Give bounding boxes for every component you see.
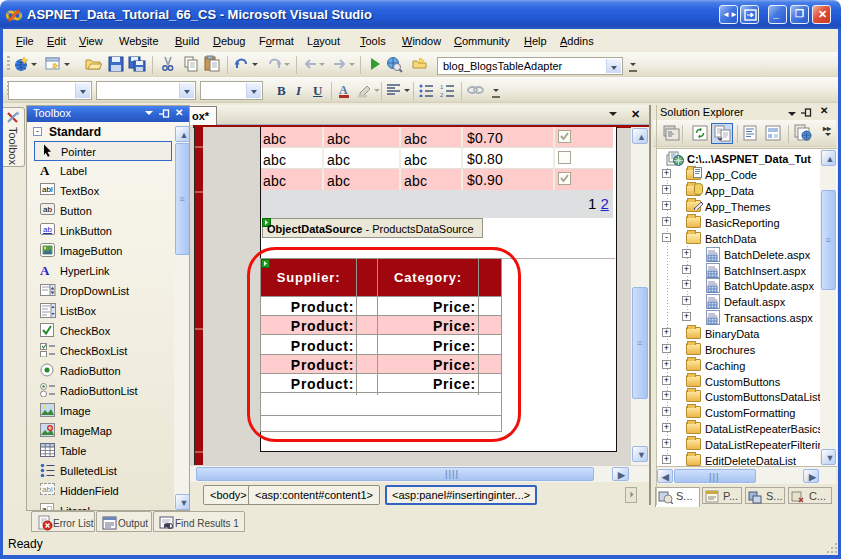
svg-text:1: 1 bbox=[440, 84, 444, 90]
svg-text:2: 2 bbox=[440, 92, 444, 97]
